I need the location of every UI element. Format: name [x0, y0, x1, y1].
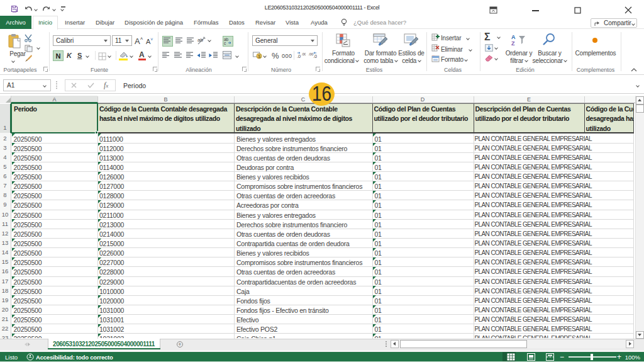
svg-text:Z: Z: [511, 40, 515, 47]
svg-text:$: $: [258, 54, 260, 59]
svg-text:.0: .0: [313, 54, 317, 59]
svg-text:ab: ab: [197, 37, 203, 43]
svg-text:.0: .0: [297, 54, 301, 59]
svg-text:.....: .....: [432, 55, 435, 57]
svg-text:A: A: [511, 34, 516, 40]
svg-text:.00: .00: [301, 52, 306, 56]
